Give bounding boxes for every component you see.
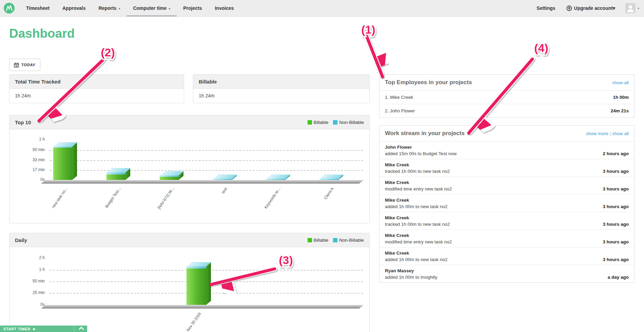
y-axis-tick: 2 h <box>9 255 45 260</box>
chevron-down-icon: ▾ <box>613 5 615 11</box>
daily-chart: 2 h1 h50 min25 min0sNov 30 2016 <box>9 247 369 332</box>
daily-card-header: Daily Billable Non-Billable <box>9 233 369 247</box>
settings-link[interactable]: Settings <box>531 5 561 11</box>
gridline <box>50 170 363 171</box>
app-logo-icon <box>3 2 15 14</box>
total-time-card-header: Total Time Tracked <box>9 75 184 89</box>
start-timer-button[interactable]: START TIMER▶ <box>0 326 87 332</box>
entry-detail: tracked 1h 00m to new task no2 <box>385 222 450 227</box>
entry-detail: added 1h 00m to new task no2 <box>385 204 448 209</box>
work-stream-entry: Mike Creekmodified time entry new task n… <box>379 229 634 247</box>
page-title: Dashboard <box>9 26 75 41</box>
nav-item-approvals[interactable]: Approvals <box>56 0 92 16</box>
entry-user-name: Mike Creek <box>385 233 629 238</box>
total-time-title: Total Time Tracked <box>15 79 61 85</box>
chart-legend: Billable Non-Billable <box>303 120 364 125</box>
work-stream-entry: Ryan Masseyadded 1h 00m to Insightlya da… <box>379 265 634 282</box>
employee-row: 2. John Flower24m 21s <box>379 104 634 117</box>
work-stream-entry: Mike Creekadded 1h 00m to new task no23 … <box>379 247 634 265</box>
today-button[interactable]: TODAY <box>9 59 40 71</box>
billable-title: Billable <box>199 79 217 85</box>
annotation-label-4: (4) <box>534 41 548 54</box>
legend-nonbillable-label: Non-Billable <box>339 238 364 243</box>
gridline <box>50 160 363 161</box>
nav-item-reports[interactable]: Reports▾ <box>92 0 126 16</box>
y-axis-tick: 17 min <box>9 167 45 172</box>
x-axis-label: Budget Test... <box>104 187 121 208</box>
annotation-arrow-1: (1) <box>361 23 383 77</box>
nav-item-computer-time[interactable]: Computer time▾ <box>126 0 177 16</box>
work-stream-entry: Mike Creektracked 1h 00m to new task no2… <box>379 212 634 229</box>
nav-item-label: Invoices <box>215 5 234 11</box>
stream-show-more-link[interactable]: show more <box>586 131 608 136</box>
entry-detail: modified time entry new task no2 <box>385 239 452 244</box>
entry-detail: modified time entry new task no2 <box>385 186 452 191</box>
top-employees-title: Top Employees in your projects <box>385 79 472 86</box>
entry-user-name: John Flower <box>385 145 629 150</box>
nav-item-label: Computer time <box>133 5 167 11</box>
employee-name: 1. Mike Creek <box>385 95 413 100</box>
gridline <box>50 150 363 151</box>
upgrade-account-button[interactable]: Upgrade account ▾ <box>561 5 621 11</box>
x-axis-label: Nov 30 2016 <box>186 312 202 332</box>
x-axis-label: test <box>221 187 228 194</box>
work-stream-header: Work stream in your projects show more|s… <box>379 126 634 142</box>
work-stream-links: show more|show all <box>586 130 629 136</box>
play-icon: ▶ <box>33 327 36 331</box>
chart-platform <box>41 305 364 309</box>
y-axis-tick: 0s <box>9 302 45 307</box>
stream-show-all-link[interactable]: show all <box>612 131 629 136</box>
nav-item-invoices[interactable]: Invoices <box>208 0 240 16</box>
y-axis-tick: 33 min <box>9 158 45 162</box>
column-top10-1 <box>106 172 125 180</box>
nav-item-label: Projects <box>183 5 202 11</box>
entry-timestamp: 3 hours ago <box>603 186 629 191</box>
x-axis-label: Client A <box>323 187 334 200</box>
work-stream-entry: Mike Creekadded 1h 00m to new task no23 … <box>379 194 634 212</box>
billable-card-header: Billable <box>193 75 369 89</box>
timer-collapse-toggle[interactable] <box>74 326 87 332</box>
top-navigation: TimesheetApprovalsReports▾Computer time▾… <box>0 0 644 17</box>
billable-card: Billable 1h 24m <box>193 74 370 103</box>
legend-billable-label: Billable <box>314 120 329 125</box>
dashboard-page: TimesheetApprovalsReports▾Computer time▾… <box>0 0 644 332</box>
employee-time: 1h 00m <box>613 95 629 100</box>
employees-show-all-link[interactable]: show all <box>612 80 629 85</box>
chevron-down-icon: ▾ <box>638 6 639 10</box>
work-stream-entry: John Floweradded 15m 00s to Budget Test … <box>379 142 634 159</box>
nav-menu: TimesheetApprovalsReports▾Computer time▾… <box>20 0 240 16</box>
entry-user-name: Ryan Massey <box>385 268 629 273</box>
billable-swatch-icon <box>308 238 312 242</box>
nav-item-label: Reports <box>98 5 116 11</box>
y-axis-tick: 25 min <box>9 290 45 295</box>
work-stream-entry: Mike Creekmodified time entry new task n… <box>379 177 634 194</box>
daily-card: Daily Billable Non-Billable 2 h1 h50 min… <box>9 233 370 332</box>
app-logo[interactable] <box>0 0 20 16</box>
top10-chart: 1 h50 min33 min17 min0snew task no...Bud… <box>9 129 369 223</box>
chart-legend: Billable Non-Billable <box>303 238 364 243</box>
entry-detail: added 1h 00m to Insightly <box>385 275 437 280</box>
nav-item-label: Approvals <box>62 5 85 11</box>
total-time-value: 1h 24m <box>9 89 184 103</box>
column-top10-3 <box>213 179 232 180</box>
column-top10-4 <box>266 179 285 180</box>
nonbillable-swatch-icon <box>333 238 337 242</box>
link-separator: | <box>610 131 611 136</box>
entry-detail: added 1h 00m to new task no2 <box>385 257 448 262</box>
nav-item-projects[interactable]: Projects <box>177 0 208 16</box>
total-time-card: Total Time Tracked 1h 24m <box>9 74 184 103</box>
entry-user-name: Mike Creek <box>385 198 629 203</box>
chevron-up-icon <box>79 327 84 332</box>
chevron-down-icon: ▾ <box>169 7 170 11</box>
column-top10-2 <box>160 175 179 180</box>
y-axis-tick: 50 min <box>9 279 45 283</box>
user-menu[interactable]: ▾ <box>625 3 639 13</box>
y-axis-tick: 50 min <box>9 147 45 152</box>
nav-right: Settings Upgrade account ▾ ▾ <box>531 0 644 16</box>
nav-item-timesheet[interactable]: Timesheet <box>20 0 56 16</box>
x-axis-label: [NAV-672] W... <box>157 187 175 210</box>
legend-billable-label: Billable <box>314 238 329 243</box>
nonbillable-swatch-icon <box>333 120 337 125</box>
entry-user-name: Mike Creek <box>385 180 629 185</box>
upgrade-icon <box>566 5 572 11</box>
